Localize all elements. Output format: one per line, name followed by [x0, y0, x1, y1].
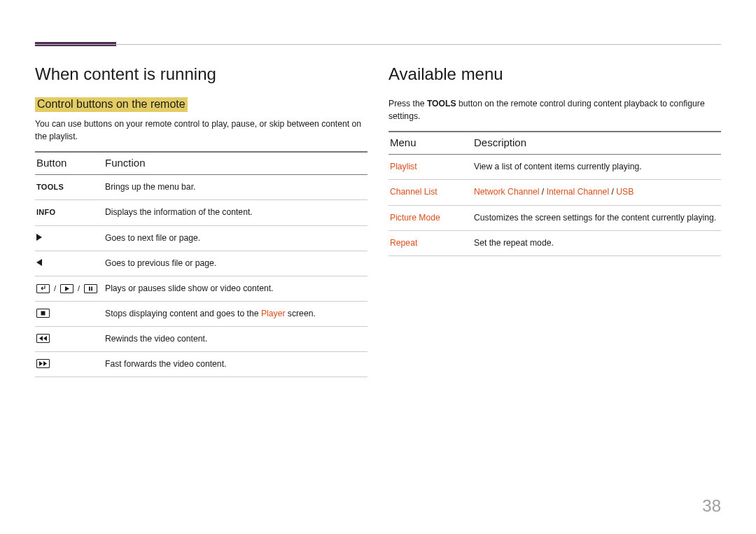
- menu-item-channel-list: Channel List: [390, 187, 438, 197]
- svg-rect-2: [41, 311, 46, 315]
- table-header-function: Function: [105, 152, 368, 175]
- svg-rect-1: [91, 286, 92, 290]
- function-text: Rewinds the video content.: [105, 326, 368, 351]
- previous-icon: [36, 259, 42, 266]
- description-text: Network Channel / Internal Channel / USB: [474, 180, 721, 205]
- function-text: Plays or pauses slide show or video cont…: [105, 276, 368, 301]
- table-row: TOOLS Brings up the menu bar.: [35, 175, 368, 200]
- function-text: Goes to previous file or page.: [105, 251, 368, 276]
- stop-icon: [36, 309, 50, 318]
- rewind-icon: [36, 334, 50, 343]
- left-intro-text: You can use buttons on your remote contr…: [35, 118, 368, 143]
- menu-item-playlist: Playlist: [390, 162, 417, 171]
- table-row: Repeat Set the repeat mode.: [388, 230, 721, 255]
- left-subheading-highlight: Control buttons on the remote: [35, 97, 188, 112]
- table-header-description: Description: [474, 132, 721, 155]
- menu-item-repeat: Repeat: [390, 238, 417, 248]
- table-row: Stops displaying content and goes to the…: [35, 301, 368, 326]
- table-row: INFO Displays the information of the con…: [35, 200, 368, 225]
- function-text: Displays the information of the content.: [105, 200, 368, 225]
- internal-channel-link: Internal Channel: [547, 187, 609, 197]
- player-link: Player: [261, 309, 286, 318]
- button-label-info: INFO: [36, 208, 55, 216]
- left-heading: When content is running: [35, 64, 368, 85]
- function-text: Brings up the menu bar.: [105, 175, 368, 200]
- table-header-button: Button: [35, 152, 105, 175]
- menu-item-picture-mode: Picture Mode: [390, 213, 440, 223]
- table-row: Goes to previous file or page.: [35, 251, 368, 276]
- function-text: Fast forwards the video content.: [105, 351, 368, 377]
- function-text: Goes to next file or page.: [105, 225, 368, 251]
- button-function-table: Button Function TOOLS Brings up the menu…: [35, 151, 368, 377]
- separator-slash: /: [53, 283, 57, 294]
- usb-link: USB: [616, 187, 634, 197]
- table-row: Goes to next file or page.: [35, 225, 368, 251]
- table-row: Playlist View a list of content items cu…: [388, 155, 721, 180]
- svg-rect-0: [89, 286, 90, 290]
- play-icon: [60, 284, 74, 293]
- table-row: Channel List Network Channel / Internal …: [388, 180, 721, 205]
- description-text: Customizes the screen settings for the c…: [474, 205, 721, 230]
- right-intro-text: Press the TOOLS button on the remote con…: [388, 97, 721, 123]
- menu-description-table: Menu Description Playlist View a list of…: [388, 131, 721, 255]
- table-row: / / Plays or pauses slide show or vide: [35, 276, 368, 301]
- function-text: Stops displaying content and goes to the…: [105, 301, 368, 326]
- network-channel-link: Network Channel: [474, 187, 539, 197]
- separator-slash: /: [77, 283, 80, 294]
- enter-icon: [36, 284, 50, 293]
- description-text: Set the repeat mode.: [474, 230, 721, 255]
- pause-icon: [84, 284, 97, 293]
- table-header-menu: Menu: [388, 132, 474, 155]
- header-rule: [35, 44, 721, 45]
- button-label-tools: TOOLS: [36, 183, 64, 191]
- table-row: Picture Mode Customizes the screen setti…: [388, 205, 721, 230]
- table-row: Rewinds the video content.: [35, 326, 368, 351]
- page-number: 38: [702, 496, 721, 516]
- table-row: Fast forwards the video content.: [35, 351, 368, 377]
- fast-forward-icon: [36, 359, 50, 368]
- right-column: Available menu Press the TOOLS button on…: [388, 64, 721, 377]
- description-text: View a list of content items currently p…: [474, 155, 721, 180]
- tools-bold: TOOLS: [427, 99, 456, 108]
- next-icon: [36, 234, 42, 241]
- right-heading: Available menu: [388, 64, 721, 85]
- left-column: When content is running Control buttons …: [35, 64, 368, 377]
